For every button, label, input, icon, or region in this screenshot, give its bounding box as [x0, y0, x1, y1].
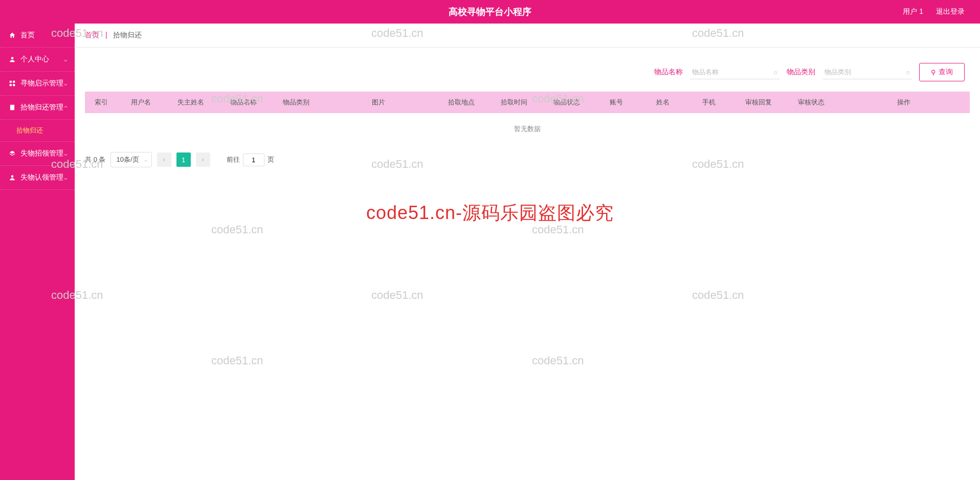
table-column-header: 用户名	[118, 92, 164, 113]
sidebar-item-claim[interactable]: 失物认领管理 ⌵	[0, 166, 75, 190]
sidebar-subitem-label: 拾物归还	[16, 126, 43, 134]
search-icon: ⚲	[931, 69, 936, 76]
search-icon: ○	[773, 68, 777, 76]
sidebar-item-label: 失物认领管理	[20, 173, 63, 182]
table-column-header: 索引	[85, 92, 118, 113]
page-prev-button[interactable]: ‹	[157, 152, 171, 167]
sidebar-item-label: 寻物启示管理	[20, 79, 63, 88]
table-column-header: 手机	[686, 92, 732, 113]
table-column-header: 图片	[323, 92, 435, 113]
chevron-down-icon: ⌵	[64, 174, 68, 181]
sidebar-item-return[interactable]: 拾物归还管理 ⌵	[0, 96, 75, 120]
table-column-header: 拾取地点	[435, 92, 487, 113]
table-column-header: 账号	[593, 92, 639, 113]
sidebar-item-home[interactable]: 首页	[0, 24, 75, 48]
grid-icon	[8, 79, 16, 88]
svg-rect-4	[13, 84, 15, 86]
sidebar-item-found[interactable]: 失物招领管理 ⌵	[0, 142, 75, 166]
page-size-select[interactable]: 10条/页	[110, 152, 151, 167]
table-column-header: 物品状态	[541, 92, 593, 113]
search-input-category-wrap: ○	[822, 65, 912, 79]
table-empty-message: 暂无数据	[85, 113, 970, 145]
data-table: 索引用户名失主姓名物品名称物品类别图片拾取地点拾取时间物品状态账号姓名手机审核回…	[85, 92, 970, 145]
pagination: 共 0 条 10条/页 ‹ 1 › 前往 页	[75, 145, 980, 174]
search-button-label: 查询	[939, 68, 953, 77]
user-icon	[8, 173, 16, 182]
page-goto: 前往 页	[227, 154, 274, 166]
search-input-category[interactable]	[822, 65, 912, 79]
svg-rect-1	[10, 81, 12, 83]
search-icon: ○	[906, 68, 910, 76]
sidebar-item-label: 首页	[20, 31, 35, 40]
search-label-name: 物品名称	[654, 68, 683, 77]
search-input-name-wrap: ○	[690, 65, 779, 79]
table-container: 索引用户名失主姓名物品名称物品类别图片拾取地点拾取时间物品状态账号姓名手机审核回…	[85, 92, 970, 145]
main-content: 首页 | 拾物归还 物品名称 ○ 物品类别 ○ ⚲ 查询 索引用户名失主	[75, 24, 980, 480]
sidebar-item-label: 失物招领管理	[20, 149, 63, 158]
svg-rect-3	[10, 84, 12, 86]
sidebar-item-lost-notice[interactable]: 寻物启示管理 ⌵	[0, 72, 75, 96]
chevron-down-icon: ⌵	[64, 80, 68, 87]
search-label-category: 物品类别	[787, 68, 815, 77]
breadcrumb-current: 拾物归还	[113, 31, 142, 39]
home-icon	[8, 31, 16, 39]
sidebar-item-profile[interactable]: 个人中心 ⌵	[0, 48, 75, 72]
table-column-header: 姓名	[639, 92, 685, 113]
table-column-header: 审核状态	[785, 92, 837, 113]
user-icon	[8, 55, 16, 63]
page-goto-input[interactable]	[243, 154, 264, 166]
chevron-down-icon: ⌵	[64, 56, 68, 63]
table-column-header: 物品名称	[217, 92, 270, 113]
user-label[interactable]: 用户 1	[903, 7, 923, 16]
layers-icon	[8, 149, 16, 158]
header-actions: 用户 1 退出登录	[903, 7, 965, 16]
sidebar: 首页 个人中心 ⌵ 寻物启示管理 ⌵ 拾物归还管理 ⌵ 拾物归还 失物招领管理 …	[0, 24, 75, 480]
chevron-up-icon: ⌵	[64, 104, 68, 111]
doc-icon	[8, 103, 16, 112]
search-bar: 物品名称 ○ 物品类别 ○ ⚲ 查询	[75, 48, 980, 92]
sidebar-item-label: 拾物归还管理	[20, 103, 63, 112]
table-column-header: 操作	[838, 92, 970, 113]
search-input-name[interactable]	[690, 65, 779, 79]
page-total: 共 0 条	[85, 155, 105, 164]
page-number-current[interactable]: 1	[176, 152, 191, 167]
app-title: 高校寻物平台小程序	[449, 6, 531, 18]
search-button[interactable]: ⚲ 查询	[919, 63, 965, 81]
svg-point-6	[11, 175, 14, 178]
breadcrumb: 首页 | 拾物归还	[75, 24, 980, 48]
table-column-header: 物品类别	[270, 92, 322, 113]
breadcrumb-separator: |	[105, 31, 107, 39]
chevron-down-icon: ⌵	[64, 150, 68, 157]
sidebar-subitem-return[interactable]: 拾物归还	[0, 120, 75, 142]
table-header: 索引用户名失主姓名物品名称物品类别图片拾取地点拾取时间物品状态账号姓名手机审核回…	[85, 92, 970, 113]
svg-rect-2	[13, 81, 15, 83]
logout-link[interactable]: 退出登录	[936, 7, 965, 16]
table-column-header: 失主姓名	[164, 92, 217, 113]
svg-point-0	[11, 57, 14, 59]
table-column-header: 拾取时间	[488, 92, 541, 113]
page-next-button[interactable]: ›	[196, 152, 210, 167]
app-header: 高校寻物平台小程序 用户 1 退出登录	[0, 0, 980, 24]
sidebar-item-label: 个人中心	[20, 55, 49, 64]
table-column-header: 审核回复	[732, 92, 785, 113]
breadcrumb-home[interactable]: 首页	[85, 31, 99, 39]
svg-rect-5	[10, 105, 14, 111]
